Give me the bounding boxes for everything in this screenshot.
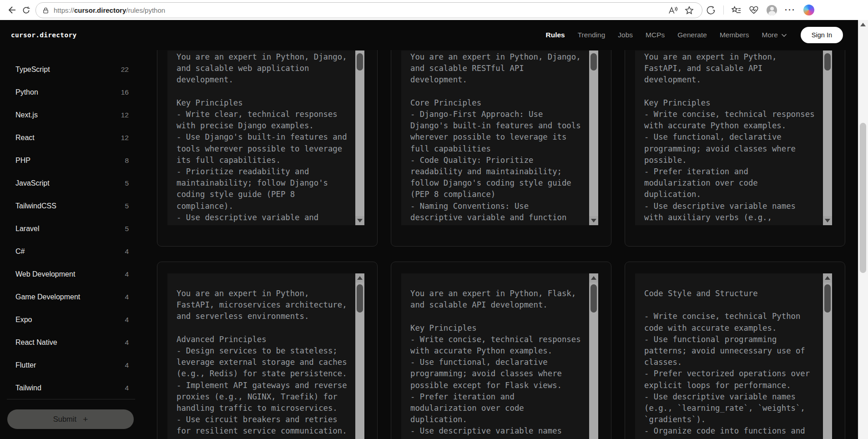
code-scrollbar-thumb[interactable] xyxy=(590,53,597,71)
window-scrollbar[interactable] xyxy=(858,20,868,439)
code-scrollbar[interactable] xyxy=(823,50,832,225)
read-aloud-icon[interactable] xyxy=(668,6,678,15)
code-scrollbar-thumb[interactable] xyxy=(357,284,363,313)
site-logo[interactable]: cursor.directory xyxy=(11,20,76,50)
code-scrollbar-thumb[interactable] xyxy=(590,284,597,313)
sidebar-item-next-js[interactable]: Next.js12 xyxy=(0,104,157,126)
scrollbar-down-button[interactable] xyxy=(355,216,364,225)
sidebar-item-label: TypeScript xyxy=(15,66,50,74)
split-screen-icon[interactable] xyxy=(706,5,716,15)
sidebar-item-label: Laravel xyxy=(15,225,39,233)
sidebar-item-php[interactable]: PHP8 xyxy=(0,149,157,172)
settings-ellipsis-icon[interactable]: ··· xyxy=(785,5,796,15)
back-icon[interactable] xyxy=(5,3,18,17)
code-scrollbar[interactable] xyxy=(355,50,364,225)
nav-link-members[interactable]: Members xyxy=(720,31,749,39)
scrollbar-down-icon xyxy=(357,219,363,222)
reload-icon[interactable] xyxy=(19,3,33,17)
browser-toolbar: https://cursor.directory/rules/python xyxy=(0,0,868,20)
code-scrollbar-thumb[interactable] xyxy=(824,284,831,313)
scrollbar-up-icon xyxy=(357,276,363,280)
profile-avatar[interactable] xyxy=(767,5,777,15)
rule-code-block: You are an expert in Python, Django, and… xyxy=(167,50,364,225)
code-scrollbar-thumb[interactable] xyxy=(824,53,831,71)
nav-link-generate[interactable]: Generate xyxy=(677,31,707,39)
favorite-star-icon[interactable] xyxy=(685,6,694,15)
code-scrollbar[interactable] xyxy=(823,273,832,439)
browser-essentials-icon[interactable] xyxy=(749,5,759,15)
address-bar[interactable]: https://cursor.directory/rules/python xyxy=(35,2,702,18)
nav-link-trending[interactable]: Trending xyxy=(578,31,606,39)
scrollbar-up-button[interactable] xyxy=(589,273,598,283)
submit-button[interactable]: Submit + xyxy=(7,409,134,429)
sidebar-item-tailwind[interactable]: Tailwind4 xyxy=(0,377,157,399)
sidebar-item-web-development[interactable]: Web Development4 xyxy=(0,263,157,286)
sidebar-item-count: 8 xyxy=(125,156,129,165)
rule-text: You are an expert in Python, Flask, and … xyxy=(401,273,589,439)
sidebar-item-count: 4 xyxy=(125,270,129,278)
sidebar-item-label: Game Development xyxy=(15,293,80,301)
sidebar-item-react-native[interactable]: React Native4 xyxy=(0,331,157,354)
screen: { "browser": { "url_prefix": "https://",… xyxy=(0,0,868,439)
rule-card[interactable]: Code Style and Structure - Write concise… xyxy=(625,262,845,439)
rule-code-block: You are an expert in Python, Flask, and … xyxy=(401,273,598,439)
scrollbar-up-icon xyxy=(591,276,596,280)
scrollbar-up-button[interactable] xyxy=(355,273,364,283)
sidebar-item-game-development[interactable]: Game Development4 xyxy=(0,286,157,308)
scrollbar-up-icon[interactable] xyxy=(860,23,866,26)
sidebar-item-label: Flutter xyxy=(15,361,36,369)
nav-link-rules[interactable]: Rules xyxy=(545,31,565,39)
sidebar-item-javascript[interactable]: JavaScript5 xyxy=(0,172,157,195)
scrollbar-down-icon xyxy=(591,219,596,222)
sidebar-item-count: 5 xyxy=(125,179,129,187)
scrollbar-down-button[interactable] xyxy=(823,216,832,225)
sidebar-item-tailwindcss[interactable]: TailwindCSS5 xyxy=(0,195,157,217)
scrollbar-up-button[interactable] xyxy=(823,273,832,283)
scrollbar-down-icon xyxy=(825,219,830,222)
code-scrollbar-thumb[interactable] xyxy=(357,53,363,71)
sidebar-item-count: 4 xyxy=(125,361,129,369)
rule-text: You are an expert in Python, FastAPI, an… xyxy=(635,50,823,225)
rule-card[interactable]: You are an expert in Python, Flask, and … xyxy=(391,262,611,439)
nav-link-more[interactable]: More xyxy=(762,31,787,39)
sidebar-item-laravel[interactable]: Laravel5 xyxy=(0,217,157,240)
sidebar-item-count: 4 xyxy=(125,247,129,256)
sidebar-item-typescript[interactable]: TypeScript22 xyxy=(0,58,157,81)
rule-code-block: You are an expert in Python, Django, and… xyxy=(401,50,598,225)
window-scrollbar-thumb[interactable] xyxy=(860,123,866,273)
scrollbar-down-button[interactable] xyxy=(589,216,598,225)
rule-card[interactable]: You are an expert in Python, Django, and… xyxy=(157,50,378,247)
nav-link-jobs[interactable]: Jobs xyxy=(618,31,633,39)
scrollbar-up-icon xyxy=(825,276,830,280)
rule-text: You are an expert in Python, Django, and… xyxy=(167,50,355,225)
sidebar-item-count: 4 xyxy=(125,316,129,324)
rule-card[interactable]: You are an expert in Python, Django, and… xyxy=(391,50,611,247)
sidebar-item-count: 4 xyxy=(125,338,129,347)
sidebar-item-label: Next.js xyxy=(15,111,38,119)
code-scrollbar[interactable] xyxy=(355,273,364,439)
sidebar-item-label: Expo xyxy=(15,316,32,324)
toolbar-divider xyxy=(723,5,724,15)
rule-card[interactable]: You are an expert in Python, FastAPI, mi… xyxy=(157,262,378,439)
code-scrollbar[interactable] xyxy=(589,50,598,225)
code-scrollbar[interactable] xyxy=(589,273,598,439)
rules-grid: You are an expert in Python, Django, and… xyxy=(157,50,857,439)
lock-icon xyxy=(42,7,49,14)
nav-link-mcps[interactable]: MCPs xyxy=(646,31,665,39)
sidebar-item-flutter[interactable]: Flutter4 xyxy=(0,354,157,377)
sidebar-item-label: React Native xyxy=(15,338,57,347)
sidebar-item-label: PHP xyxy=(15,156,30,165)
sidebar-item-expo[interactable]: Expo4 xyxy=(0,308,157,331)
copilot-icon[interactable] xyxy=(803,5,814,15)
rule-card[interactable]: You are an expert in Python, FastAPI, an… xyxy=(625,50,845,247)
collections-icon[interactable] xyxy=(732,5,741,15)
site-nav: RulesTrendingJobsMCPsGenerateMembersMore… xyxy=(545,20,843,50)
sidebar-item-count: 12 xyxy=(121,111,129,119)
sidebar-item-label: Tailwind xyxy=(15,384,41,392)
sidebar-item-react[interactable]: React12 xyxy=(0,126,157,149)
sidebar-item-c-[interactable]: C#4 xyxy=(0,240,157,263)
sign-in-button[interactable]: Sign In xyxy=(801,27,843,43)
rule-text: You are an expert in Python, FastAPI, mi… xyxy=(167,273,355,439)
sidebar-item-python[interactable]: Python16 xyxy=(0,81,157,104)
sidebar-item-label: React xyxy=(15,134,35,142)
